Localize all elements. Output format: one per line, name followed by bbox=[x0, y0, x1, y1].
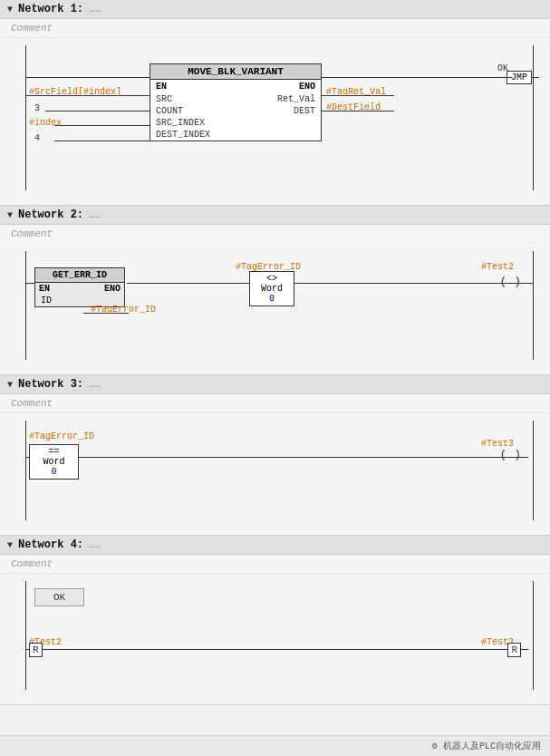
n2-en-eno: EN ENO bbox=[35, 283, 124, 295]
n3-compare-op: == bbox=[35, 447, 72, 457]
network-3: ▼ Network 3: …… Comment #TagError_ID == … bbox=[0, 375, 550, 536]
network-3-header[interactable]: ▼ Network 3: …… bbox=[0, 375, 550, 394]
network-2-comment: Comment bbox=[0, 225, 550, 244]
count-wire bbox=[45, 111, 150, 111]
srcfield-tag: #SrcField[#index] bbox=[29, 87, 121, 97]
destindex-row: DEST_INDEX bbox=[150, 129, 321, 141]
tagret-val: #TagRet_Val bbox=[326, 87, 386, 97]
network-3-comment: Comment bbox=[0, 394, 550, 413]
count-label: COUNT bbox=[156, 106, 183, 116]
left-rail bbox=[25, 45, 26, 190]
network-1-dots: …… bbox=[89, 4, 101, 15]
network-4: ▼ Network 4: …… Comment OK #Test2 R #Tes… bbox=[0, 536, 550, 705]
n4-right-rail bbox=[533, 581, 534, 690]
destindex-wire bbox=[54, 141, 150, 141]
move-blk-title: MOVE_BLK_VARIANT bbox=[150, 64, 321, 80]
network-4-content: OK #Test2 R #Test3 R bbox=[9, 581, 541, 690]
network-1-content: MOVE_BLK_VARIANT EN ENO SRC Ret_Val COUN… bbox=[9, 45, 541, 190]
n2-output-tag: #Test2 bbox=[481, 262, 514, 272]
eno-label: ENO bbox=[299, 82, 315, 92]
n2-en: EN bbox=[39, 284, 50, 294]
n2-en-wire bbox=[25, 283, 34, 284]
network-4-header[interactable]: ▼ Network 4: …… bbox=[0, 536, 550, 555]
src-index-label: SRC_INDEX bbox=[156, 118, 205, 128]
n4-main-wire bbox=[25, 649, 528, 650]
network-2-content: GET_ERR_ID EN ENO ID #TagError_ID #TagEr… bbox=[9, 251, 541, 360]
ok-button[interactable]: OK bbox=[34, 588, 84, 606]
src-retval-row: SRC Ret_Val bbox=[150, 93, 321, 105]
n2-compare-val: 0 bbox=[256, 294, 288, 304]
jmp-label: JMP bbox=[511, 73, 527, 82]
get-err-title: GET_ERR_ID bbox=[35, 268, 124, 283]
network-4-comment: Comment bbox=[0, 555, 550, 574]
get-err-box: GET_ERR_ID EN ENO ID bbox=[34, 267, 125, 307]
network-3-content: #TagError_ID == Word 0 #Test3 ( ) bbox=[9, 421, 541, 520]
network-2: ▼ Network 2: …… Comment GET_ERR_ID EN EN… bbox=[0, 206, 550, 375]
index-tag: #index bbox=[29, 118, 62, 128]
n3-compare-type: Word bbox=[35, 457, 72, 467]
srcindex-row: SRC_INDEX bbox=[150, 117, 321, 129]
n4-left-rail bbox=[25, 581, 26, 690]
network-2-dots: …… bbox=[89, 209, 101, 220]
n3-main-wire bbox=[25, 457, 528, 458]
n3-compare-val: 0 bbox=[35, 467, 72, 477]
n3-right-rail bbox=[533, 421, 534, 520]
network-1-header[interactable]: ▼ Network 1: …… bbox=[0, 0, 550, 19]
network-3-arrow: ▼ bbox=[7, 380, 13, 390]
network-1-title: Network 1: bbox=[18, 3, 83, 15]
network-3-ladder: #TagError_ID == Word 0 #Test3 ( ) bbox=[0, 413, 550, 535]
n2-compare-box: <> Word 0 bbox=[249, 271, 294, 306]
n2-coil: ( ) bbox=[500, 275, 521, 288]
network-4-title: Network 4: bbox=[18, 538, 83, 551]
n2-id-tag: #TagError_ID bbox=[91, 305, 156, 315]
network-2-header[interactable]: ▼ Network 2: …… bbox=[0, 206, 550, 225]
network-3-dots: …… bbox=[89, 379, 101, 390]
n2-main-wire-left bbox=[127, 283, 258, 284]
n2-eno: ENO bbox=[104, 284, 121, 294]
src-label: SRC bbox=[156, 94, 172, 104]
footer-text: 机器人及PLC自动化应用 bbox=[443, 741, 541, 751]
n2-main-wire-right bbox=[294, 283, 521, 284]
n3-left-rail bbox=[25, 421, 26, 520]
dest-label: DEST bbox=[294, 106, 315, 116]
n2-id-label: ID bbox=[41, 296, 52, 305]
footer: ⚙ 机器人及PLC自动化应用 bbox=[0, 735, 550, 756]
footer-icon: ⚙ bbox=[432, 741, 438, 751]
network-3-title: Network 3: bbox=[18, 378, 83, 391]
network-2-ladder: GET_ERR_ID EN ENO ID #TagError_ID #TagEr… bbox=[0, 244, 550, 374]
count-val: 3 bbox=[34, 103, 40, 113]
n2-right-rail bbox=[533, 251, 534, 360]
n2-right-wire bbox=[521, 283, 534, 284]
destfield-tag: #DestField bbox=[326, 102, 381, 112]
network-4-ladder: OK #Test2 R #Test3 R bbox=[0, 574, 550, 704]
n3-compare-box: == Word 0 bbox=[29, 444, 79, 480]
network-1-comment: Comment bbox=[0, 19, 550, 38]
n3-input-tag: #TagError_ID bbox=[29, 431, 94, 441]
en-eno-row: EN ENO bbox=[150, 80, 321, 93]
network-1-ladder: MOVE_BLK_VARIANT EN ENO SRC Ret_Val COUN… bbox=[0, 38, 550, 205]
destindex-val: 4 bbox=[34, 133, 40, 143]
count-dest-row: COUNT DEST bbox=[150, 105, 321, 117]
network-1: ▼ Network 1: …… Comment MOVE_BLK_VARIANT… bbox=[0, 0, 550, 206]
jmp-in-wire bbox=[503, 77, 512, 78]
right-rail bbox=[533, 45, 534, 190]
srcindex-wire bbox=[54, 125, 150, 126]
move-blk-box: MOVE_BLK_VARIANT EN ENO SRC Ret_Val COUN… bbox=[150, 63, 322, 141]
retval-label: Ret_Val bbox=[277, 94, 315, 104]
dest-index-label: DEST_INDEX bbox=[156, 130, 210, 140]
top-hline-left bbox=[25, 77, 150, 78]
n2-left-rail bbox=[25, 251, 26, 360]
network-4-arrow: ▼ bbox=[7, 540, 13, 550]
n4-reset-left: R bbox=[29, 643, 43, 657]
network-1-arrow: ▼ bbox=[7, 5, 13, 15]
n4-reset-right: R bbox=[507, 643, 521, 657]
en-label: EN bbox=[156, 82, 167, 92]
network-2-arrow: ▼ bbox=[7, 210, 13, 220]
network-2-title: Network 2: bbox=[18, 208, 83, 221]
n2-compare-op: <> bbox=[256, 274, 288, 284]
n3-coil: ( ) bbox=[500, 448, 521, 461]
n2-compare-type: Word bbox=[256, 284, 288, 294]
network-4-dots: …… bbox=[89, 539, 101, 550]
